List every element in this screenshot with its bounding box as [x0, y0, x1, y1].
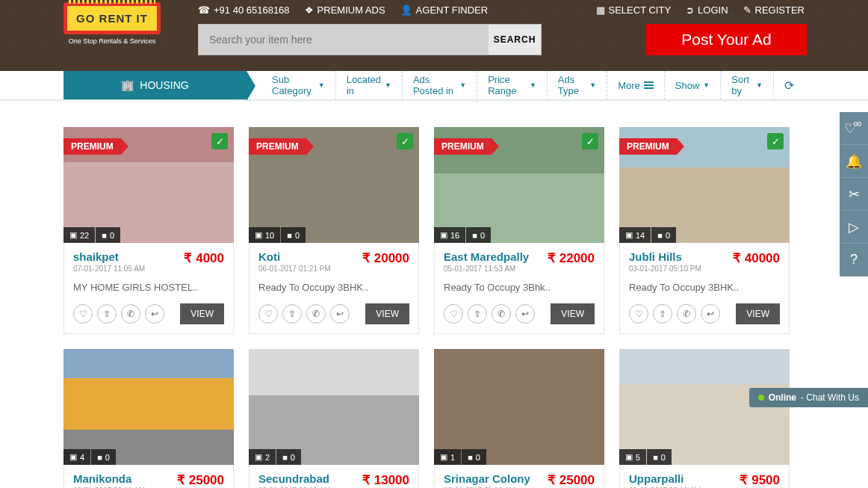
listing-card[interactable]: ▣ 5■ 0Upparpalli13-01-2017 09:11 AM₹ 950… [619, 349, 790, 488]
listing-card[interactable]: ▣ 2■ 0Secundrabad13-01-2017 09:11 AM₹ 13… [249, 349, 419, 488]
premium-badge: PREMIUM [619, 138, 677, 155]
star-icon: ❖ [305, 4, 314, 16]
view-button[interactable]: VIEW [180, 303, 224, 324]
premium-ads-link[interactable]: ❖PREMIUM ADS [305, 4, 385, 16]
reply-icon: ↩ [336, 309, 344, 319]
filter-price-range[interactable]: Price Range▼ [477, 71, 548, 99]
filter-located-in[interactable]: Located in▼ [336, 71, 403, 99]
scissors-icon: ✂ [849, 186, 860, 203]
wishlist-button[interactable]: ♡00 [840, 112, 868, 145]
logo[interactable]: GO RENT IT One Stop Rentals & Services [63, 2, 161, 62]
select-city-link[interactable]: ▦SELECT CITY [596, 4, 672, 16]
video-icon: ■ [97, 453, 102, 462]
call-button[interactable]: ✆ [306, 304, 326, 324]
login-link[interactable]: ➲LOGIN [686, 4, 728, 16]
photo-count: ▣ 22 [63, 227, 95, 243]
reply-button[interactable]: ↩ [145, 304, 164, 324]
search-input[interactable] [199, 25, 489, 55]
favorite-button[interactable]: ♡ [444, 304, 463, 324]
filter-show[interactable]: Show▼ [665, 71, 721, 99]
reply-icon: ↩ [707, 309, 714, 319]
phone-icon: ✆ [497, 309, 505, 319]
view-button[interactable]: VIEW [551, 303, 595, 324]
listing-title[interactable]: Koti [258, 250, 331, 263]
video-count: ■ 0 [276, 449, 301, 465]
listing-card[interactable]: ▣ 4■ 0Manikonda13-01-2017 09:11 AM₹ 2500… [63, 349, 234, 488]
photo-count: ▣ 2 [249, 449, 276, 465]
question-icon: ? [850, 252, 858, 268]
search-box: SEARCH [198, 24, 542, 55]
video-icon: ■ [468, 453, 473, 462]
notifications-button[interactable]: 🔔 [840, 145, 868, 178]
search-button[interactable]: SEARCH [489, 25, 541, 55]
post-ad-button[interactable]: Post Your Ad [646, 24, 807, 55]
phone-icon: ☎ [198, 4, 210, 16]
premium-badge: PREMIUM [63, 138, 121, 155]
reply-button[interactable]: ↩ [701, 304, 720, 324]
refresh-button[interactable]: ⟳ [774, 71, 805, 99]
play-button[interactable]: ▷ [840, 211, 868, 244]
chat-widget[interactable]: Online - Chat With Us [749, 388, 868, 407]
video-count: ■ 0 [96, 227, 120, 243]
filter-ads-posted-in[interactable]: Ads Posted in▼ [403, 71, 477, 99]
listing-title[interactable]: Srinagar Colony [444, 472, 530, 485]
share-button[interactable]: ⇪ [97, 304, 117, 324]
heart-icon: ♡ [635, 309, 643, 319]
register-icon: ✎ [743, 4, 751, 16]
listing-image: PREMIUM✓▣ 22■ 0 [63, 127, 234, 243]
share-button[interactable]: ⇪ [468, 304, 487, 324]
register-link[interactable]: ✎REGISTER [743, 4, 805, 16]
share-button[interactable]: ⇪ [653, 304, 672, 324]
photo-icon: ▣ [625, 230, 633, 240]
reply-button[interactable]: ↩ [515, 304, 535, 324]
photo-icon: ▣ [625, 452, 633, 462]
listing-image: ▣ 2■ 0 [249, 349, 419, 465]
listing-title[interactable]: East Maredpally [444, 250, 529, 263]
view-button[interactable]: VIEW [736, 303, 780, 324]
media-counts: ▣ 10■ 0 [249, 227, 306, 243]
listing-title[interactable]: Secundrabad [258, 472, 330, 485]
favorite-button[interactable]: ♡ [73, 304, 93, 324]
favorite-button[interactable]: ♡ [258, 304, 278, 324]
agent-finder-link[interactable]: 👤AGENT FINDER [400, 4, 489, 16]
video-icon: ■ [287, 231, 292, 240]
listing-card[interactable]: ▣ 1■ 0Srinagar Colony13-01-2017 09:11 AM… [434, 349, 604, 488]
share-button[interactable]: ⇪ [282, 304, 302, 324]
listing-title[interactable]: Upparpalli [629, 472, 701, 485]
listing-card[interactable]: PREMIUM✓▣ 22■ 0shaikpet07-01-2017 11:05 … [63, 127, 234, 334]
phone-link[interactable]: ☎+91 40 65168168 [198, 4, 290, 16]
listing-card[interactable]: PREMIUM✓▣ 14■ 0Jubli Hills03-01-2017 05:… [619, 127, 790, 334]
listing-card[interactable]: PREMIUM✓▣ 16■ 0East Maredpally05-01-2017… [434, 127, 604, 334]
premium-badge: PREMIUM [434, 138, 492, 155]
listing-price: ₹ 20000 [362, 250, 409, 266]
media-counts: ▣ 22■ 0 [63, 227, 121, 243]
call-button[interactable]: ✆ [677, 304, 696, 324]
listing-title[interactable]: Jubli Hills [629, 250, 701, 263]
view-button[interactable]: VIEW [365, 303, 409, 324]
call-button[interactable]: ✆ [492, 304, 511, 324]
photo-count: ▣ 4 [63, 449, 90, 465]
listing-image: ▣ 1■ 0 [434, 349, 604, 465]
listing-card[interactable]: PREMIUM✓▣ 10■ 0Koti06-01-2017 01:21 PM₹ … [249, 127, 419, 334]
filter-more[interactable]: More [607, 71, 665, 99]
header: GO RENT IT One Stop Rentals & Services ☎… [0, 0, 868, 71]
filter-sort-by[interactable]: Sort by▼ [721, 71, 774, 99]
housing-tab[interactable]: 🏢 HOUSING [63, 71, 247, 99]
search-row: SEARCH Post Your Ad [198, 24, 868, 55]
share-icon: ⇪ [288, 309, 296, 319]
filter-ads-type[interactable]: Ads Type▼ [548, 71, 607, 99]
video-icon: ■ [653, 453, 658, 462]
media-counts: ▣ 1■ 0 [434, 449, 487, 465]
listing-title[interactable]: Manikonda [73, 472, 145, 485]
filter-sub-category[interactable]: Sub Category▼ [261, 71, 336, 99]
reply-button[interactable]: ↩ [330, 304, 350, 324]
favorite-button[interactable]: ♡ [629, 304, 648, 324]
help-button[interactable]: ? [840, 244, 868, 277]
call-button[interactable]: ✆ [121, 304, 140, 324]
user-icon: 👤 [400, 4, 412, 16]
photo-count: ▣ 16 [434, 227, 465, 243]
listing-title[interactable]: shaikpet [73, 250, 145, 263]
compare-button[interactable]: ✂ [840, 178, 868, 211]
photo-icon: ▣ [440, 230, 447, 240]
listings-grid: PREMIUM✓▣ 22■ 0shaikpet07-01-2017 11:05 … [0, 101, 868, 488]
